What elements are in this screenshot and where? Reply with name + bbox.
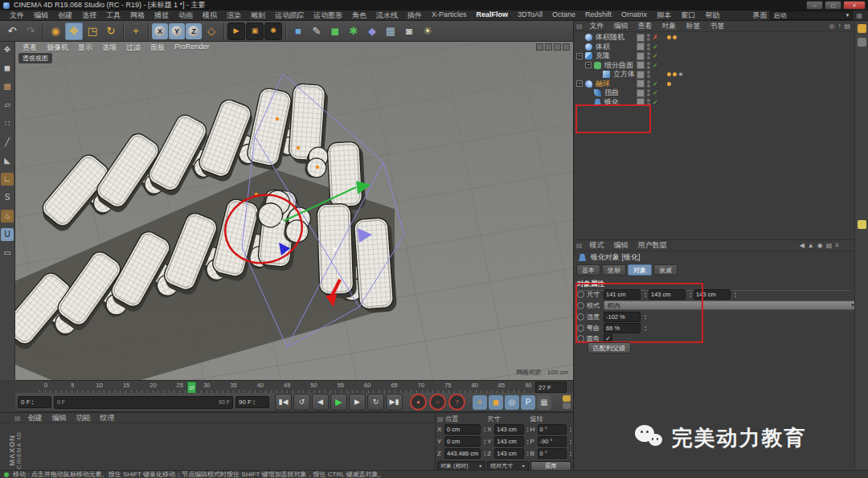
goto-start-button[interactable]: ▮◀	[275, 394, 292, 411]
viewport-icon-3[interactable]	[554, 43, 561, 51]
undo-button[interactable]: ↶	[3, 22, 21, 40]
spinner-icon[interactable]	[645, 292, 646, 298]
maximize-button[interactable]: ▢	[825, 1, 841, 10]
marker-icon[interactable]	[563, 402, 571, 409]
menu-item-7[interactable]: 动画	[174, 10, 198, 21]
tree-row-0[interactable]: 体积随机✗	[574, 33, 851, 43]
cursor-icon[interactable]: ▲	[808, 242, 814, 249]
viewport-menu-item-6[interactable]: ProRender	[170, 43, 214, 53]
coord-value-field[interactable]: 0 °	[538, 448, 567, 459]
enable-check-icon[interactable]: ✓	[653, 80, 659, 88]
coord-value-field[interactable]: 0 cm	[444, 424, 481, 435]
viewport-solo-icon[interactable]: ♨	[1, 210, 14, 223]
om-menu-item-3[interactable]: 对象	[657, 21, 682, 31]
redo-button[interactable]: ↷	[22, 22, 39, 40]
key-icon[interactable]	[563, 395, 571, 402]
generators-menu[interactable]: ◼	[326, 22, 344, 40]
render-settings-button[interactable]: ✱	[264, 22, 282, 40]
lock-y-axis[interactable]: Y	[169, 23, 185, 39]
spinner-icon[interactable]	[645, 314, 646, 321]
spinner-icon[interactable]	[484, 439, 485, 445]
spinner-icon[interactable]	[570, 427, 571, 433]
keyable-ring-icon[interactable]	[577, 325, 584, 332]
keyable-ring-icon[interactable]	[577, 291, 584, 298]
convert-mode-icon[interactable]: ✥	[1, 43, 14, 56]
minimize-button[interactable]: ─	[806, 1, 823, 10]
view-label[interactable]: 透视视图	[18, 53, 52, 63]
menu-item-16[interactable]: X-Particles	[427, 10, 472, 21]
play-preview-loop-button[interactable]: ↺	[293, 394, 310, 411]
viewport-menu-item-0[interactable]: 查看	[18, 43, 41, 53]
am-menu-item-0[interactable]: 模式	[585, 240, 609, 251]
tab-3[interactable]: 衰减	[653, 264, 678, 276]
panel-grid-icon[interactable]: ▤	[576, 22, 583, 30]
menu-item-24[interactable]: 帮助	[700, 10, 724, 21]
lock-x-axis[interactable]: X	[152, 23, 168, 39]
layer-square-icon[interactable]	[637, 61, 645, 69]
om-menu-item-2[interactable]: 查看	[633, 21, 657, 31]
rotate-tool[interactable]: ↻	[102, 22, 120, 40]
layer-square-icon[interactable]	[637, 80, 645, 88]
menu-item-3[interactable]: 选择	[77, 10, 101, 21]
filter-icon[interactable]: ▤	[844, 22, 850, 30]
layout-select[interactable]: 启动 ▼	[770, 10, 853, 20]
spinner-icon[interactable]	[570, 439, 571, 445]
texture-mode-icon[interactable]: ▩	[1, 80, 14, 93]
tag-dot-icon[interactable]	[673, 35, 677, 39]
keyable-ring-icon[interactable]	[577, 302, 584, 309]
visibility-dots-icon[interactable]	[647, 43, 650, 51]
menu-item-1[interactable]: 编辑	[29, 10, 53, 21]
lock-z-axis[interactable]: Z	[186, 23, 202, 39]
keyframe-selection-button[interactable]: ?	[448, 394, 465, 411]
spinner-icon[interactable]	[253, 399, 255, 406]
menu-item-0[interactable]: 文件	[5, 10, 29, 21]
live-selection-tool[interactable]: ◉	[47, 22, 64, 40]
enable-check-icon[interactable]: ✓	[653, 52, 659, 59]
layer-square-icon[interactable]	[637, 52, 645, 60]
visibility-dots-icon[interactable]	[647, 52, 650, 59]
visibility-dots-icon[interactable]	[647, 71, 650, 78]
coord-value-field[interactable]: 143 cm	[494, 424, 523, 435]
enable-axis-icon[interactable]: ∟	[1, 173, 14, 186]
size-x-field[interactable]: 141 cm	[604, 289, 641, 300]
path-up-icon[interactable]: ↑	[837, 22, 841, 30]
back-arrow-icon[interactable]: ◀	[800, 242, 805, 249]
spinner-icon[interactable]	[527, 451, 529, 457]
tab-0[interactable]: 基本	[576, 264, 600, 276]
om-menu-item-4[interactable]: 标签	[682, 21, 706, 31]
key-pla-toggle[interactable]: ▦	[537, 395, 551, 410]
om-menu-item-5[interactable]: 书签	[706, 21, 730, 31]
content-browser-tab-icon[interactable]	[858, 24, 866, 33]
model-mode-icon[interactable]: ◼	[1, 62, 14, 75]
menu-item-10[interactable]: 雕刻	[246, 10, 270, 21]
layer-square-icon[interactable]	[637, 98, 645, 106]
render-picture-viewer-button[interactable]: ▣	[246, 22, 264, 40]
coord-value-field[interactable]: 143 cm	[494, 436, 523, 447]
render-view-button[interactable]: ▶	[227, 22, 245, 40]
layer-square-icon[interactable]	[637, 34, 645, 42]
key-scale-toggle[interactable]: ◼	[489, 395, 503, 410]
visibility-dots-icon[interactable]	[647, 99, 650, 106]
viewport-menu-item-1[interactable]: 摄像机	[43, 43, 72, 53]
object-label[interactable]: 立方体	[613, 69, 635, 80]
expander-icon[interactable]: −	[576, 80, 583, 87]
tab-1[interactable]: 坐标	[602, 264, 626, 276]
spline-pen-menu[interactable]: ✎	[308, 22, 326, 40]
spinner-icon[interactable]	[527, 439, 529, 445]
menu-item-14[interactable]: 流水线	[371, 10, 403, 21]
visibility-dots-icon[interactable]	[647, 89, 650, 96]
spinner-icon[interactable]	[484, 451, 485, 457]
move-tool[interactable]: ✥	[65, 22, 83, 40]
viewport-icon-4[interactable]	[563, 43, 570, 51]
viewport-menu-item-3[interactable]: 选项	[98, 43, 121, 53]
fit-to-parent-button[interactable]: 匹配到父级	[588, 342, 631, 353]
spinner-icon[interactable]	[570, 451, 571, 457]
solo-mode-icon[interactable]: S	[1, 191, 14, 204]
layer-square-icon[interactable]	[637, 71, 645, 79]
deformers-menu[interactable]: ✱	[345, 22, 362, 40]
next-frame-button[interactable]: ▶	[349, 394, 366, 411]
layer-square-icon[interactable]	[637, 43, 645, 51]
coord-value-field[interactable]: -90 °	[538, 436, 567, 447]
panel-grid-icon[interactable]: ▤	[437, 415, 444, 423]
spinner-icon[interactable]	[645, 325, 646, 332]
